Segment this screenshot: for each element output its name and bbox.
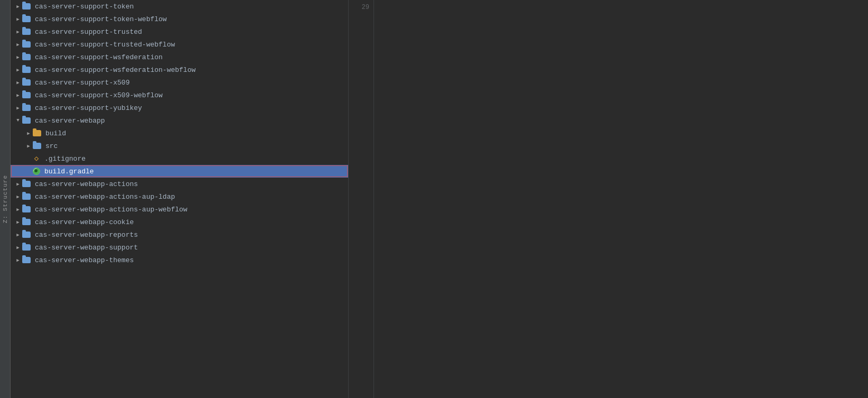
- tree-item-label: cas-server-support-x509: [35, 79, 129, 87]
- blue-folder-icon: [22, 67, 31, 73]
- tree-arrow-s4[interactable]: ▶: [15, 42, 21, 48]
- tree-arrow-s19[interactable]: ▶: [15, 232, 21, 238]
- tree-item-s6[interactable]: ▶cas-server-support-wsfederation-webflow: [11, 63, 348, 76]
- tree-item-s3[interactable]: ▶cas-server-support-trusted: [11, 25, 348, 38]
- tree-item-label: cas-server-support-wsfederation-webflow: [35, 66, 195, 74]
- tree-arrow-s7[interactable]: ▶: [15, 80, 21, 86]
- tree-item-s18[interactable]: ▶cas-server-webapp-cookie: [11, 216, 348, 228]
- tree-item-s15[interactable]: ▶cas-server-webapp-actions: [11, 178, 348, 190]
- blue-folder-icon: [22, 181, 31, 187]
- tree-item-label: cas-server-webapp-themes: [35, 256, 134, 264]
- tree-item-s17[interactable]: ▶cas-server-webapp-actions-aup-webflow: [11, 203, 348, 216]
- tree-item-s2[interactable]: ▶cas-server-support-token-webflow: [11, 13, 348, 25]
- tree-item-s13[interactable]: ◇.gitignore: [11, 152, 348, 165]
- blue-folder-icon: [22, 16, 31, 22]
- tree-arrow-s21[interactable]: ▶: [15, 257, 21, 263]
- blue-folder-icon: [22, 41, 31, 48]
- blue-folder-icon: [22, 29, 31, 35]
- tree-item-label: src: [45, 142, 58, 150]
- tree-arrow-s14[interactable]: [25, 169, 32, 174]
- tree-arrow-s8[interactable]: ▶: [15, 92, 21, 98]
- blue-folder-icon: [22, 54, 31, 60]
- tree-item-s12[interactable]: ▶src: [11, 140, 348, 152]
- line-number: 29: [353, 2, 369, 13]
- tree-item-s20[interactable]: ▶cas-server-webapp-support: [11, 241, 348, 254]
- blue-folder-icon: [22, 206, 31, 212]
- tree-item-label: cas-server-webapp-actions-aup-ldap: [35, 193, 175, 201]
- tree-arrow-s5[interactable]: ▶: [15, 54, 21, 60]
- code-lines: [374, 0, 868, 398]
- tree-item-s1[interactable]: ▶cas-server-support-token: [11, 0, 348, 13]
- gradle-file-icon: [33, 168, 40, 175]
- structure-tab-label: Z: Structure: [2, 175, 8, 223]
- tree-arrow-s17[interactable]: ▶: [15, 207, 21, 212]
- tree-arrow-s3[interactable]: ▶: [15, 29, 21, 35]
- tree-arrow-s13[interactable]: [25, 156, 32, 161]
- orange-folder-icon: [33, 130, 41, 136]
- tree-item-s21[interactable]: ▶cas-server-webapp-themes: [11, 254, 348, 266]
- structure-panel-tab[interactable]: Z: Structure: [0, 0, 11, 398]
- blue-folder-icon: [22, 117, 31, 124]
- tree-arrow-s9[interactable]: ▶: [15, 105, 21, 111]
- tree-item-label: .gitignore: [44, 155, 86, 163]
- tree-item-label: cas-server-webapp-actions: [35, 180, 138, 188]
- tree-item-s5[interactable]: ▶cas-server-support-wsfederation: [11, 51, 348, 63]
- tree-arrow-s2[interactable]: ▶: [15, 16, 21, 22]
- blue-folder-icon: [22, 232, 31, 238]
- blue-folder-icon: [22, 105, 31, 111]
- tree-arrow-s20[interactable]: ▶: [15, 245, 21, 251]
- tree-item-s8[interactable]: ▶cas-server-support-x509-webflow: [11, 89, 348, 101]
- tree-item-label: cas-server-support-token-webflow: [35, 15, 167, 23]
- blue-folder-icon: [22, 92, 31, 98]
- tree-item-label: cas-server-support-trusted-webflow: [35, 41, 175, 49]
- tree-item-label: cas-server-support-yubikey: [35, 104, 142, 112]
- tree-arrow-s11[interactable]: ▶: [25, 131, 32, 136]
- tree-item-s19[interactable]: ▶cas-server-webapp-reports: [11, 228, 348, 241]
- code-editor-panel[interactable]: 29: [349, 0, 868, 398]
- tree-arrow-s15[interactable]: ▶: [15, 181, 21, 187]
- tree-item-label: cas-server-webapp-reports: [35, 231, 138, 239]
- project-tree-sidebar: ▶cas-server-support-token▶cas-server-sup…: [11, 0, 349, 398]
- blue-folder-icon: [22, 219, 31, 225]
- blue-folder-icon: [22, 257, 31, 263]
- tree-item-s11[interactable]: ▶build: [11, 127, 348, 140]
- tree-item-label: cas-server-support-x509-webflow: [35, 91, 163, 99]
- tree-item-label: cas-server-support-wsfederation: [35, 53, 163, 61]
- tree-arrow-s1[interactable]: ▶: [15, 4, 21, 10]
- line-numbers: 29: [349, 0, 374, 398]
- tree-item-label: build: [45, 129, 66, 137]
- tree-item-label: build.gradle: [44, 168, 94, 175]
- blue-folder-icon: [33, 143, 41, 149]
- code-container: 29: [349, 0, 868, 398]
- tree-arrow-s12[interactable]: ▶: [25, 143, 32, 149]
- tree-item-label: cas-server-webapp-actions-aup-webflow: [35, 206, 188, 214]
- tree-item-label: cas-server-webapp-cookie: [35, 218, 134, 226]
- tree-item-label: cas-server-webapp: [35, 117, 105, 125]
- blue-folder-icon: [22, 3, 31, 10]
- blue-folder-icon: [22, 244, 31, 251]
- tree-arrow-s6[interactable]: ▶: [15, 67, 21, 73]
- tree-arrow-s10[interactable]: ▼: [15, 118, 21, 123]
- tree-item-s10[interactable]: ▼cas-server-webapp: [11, 114, 348, 127]
- tree-item-label: cas-server-webapp-support: [35, 244, 138, 252]
- blue-folder-icon: [22, 193, 31, 200]
- tree-item-s4[interactable]: ▶cas-server-support-trusted-webflow: [11, 38, 348, 51]
- gitignore-file-icon: ◇: [33, 155, 40, 162]
- tree-item-s14[interactable]: build.gradle: [11, 165, 348, 178]
- tree-item-s9[interactable]: ▶cas-server-support-yubikey: [11, 101, 348, 114]
- tree-item-label: cas-server-support-trusted: [35, 28, 142, 36]
- tree-arrow-s16[interactable]: ▶: [15, 194, 21, 200]
- tree-item-label: cas-server-support-token: [35, 3, 134, 11]
- tree-arrow-s18[interactable]: ▶: [15, 219, 21, 225]
- blue-folder-icon: [22, 79, 31, 86]
- tree-item-s16[interactable]: ▶cas-server-webapp-actions-aup-ldap: [11, 190, 348, 203]
- tree-item-s7[interactable]: ▶cas-server-support-x509: [11, 76, 348, 89]
